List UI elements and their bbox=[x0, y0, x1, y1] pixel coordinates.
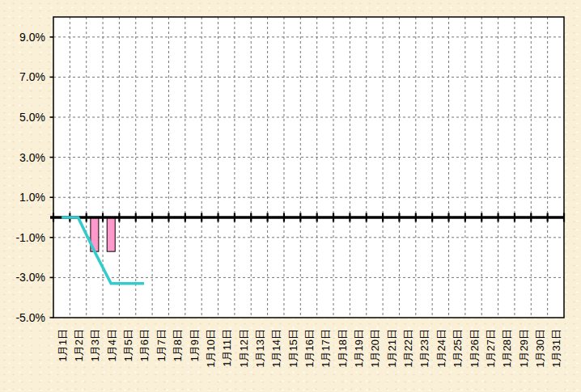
x-axis-label: 1月18日 bbox=[337, 329, 349, 368]
x-axis-label: 1月17日 bbox=[320, 329, 332, 368]
y-axis-label: 9.0% bbox=[19, 31, 45, 44]
x-axis-label: 1月19日 bbox=[353, 329, 365, 368]
x-axis-label: 1月7日 bbox=[155, 329, 168, 361]
x-axis-label: 1月1日 bbox=[57, 329, 69, 361]
y-axis-label: -1.0% bbox=[15, 231, 45, 244]
x-axis-label: 1月29日 bbox=[518, 329, 530, 368]
x-axis-label: 1月31日 bbox=[550, 329, 562, 368]
x-axis-label: 1月25日 bbox=[452, 329, 464, 368]
x-axis-label: 1月10日 bbox=[205, 329, 217, 368]
y-axis-label: -3.0% bbox=[15, 271, 45, 284]
x-axis-label: 1月4日 bbox=[106, 329, 118, 361]
x-axis-label: 1月3日 bbox=[89, 329, 101, 361]
combo-chart: 9.0%7.0%5.0%3.0%1.0%-1.0%-3.0%-5.0%1月1日1… bbox=[0, 0, 581, 392]
x-axis-label: 1月11日 bbox=[221, 329, 233, 367]
plot-area bbox=[53, 17, 564, 318]
x-axis-label: 1月20日 bbox=[369, 329, 381, 368]
x-axis-label: 1月2日 bbox=[73, 329, 85, 361]
x-axis-label: 1月16日 bbox=[303, 329, 316, 368]
bar bbox=[107, 217, 115, 251]
x-axis-label: 1月26日 bbox=[469, 329, 481, 368]
x-axis-label: 1月8日 bbox=[172, 329, 184, 361]
x-axis-label: 1月9日 bbox=[189, 329, 201, 361]
x-axis-label: 1月30日 bbox=[534, 329, 546, 368]
x-axis-label: 1月24日 bbox=[435, 329, 447, 368]
y-axis-label: 1.0% bbox=[19, 191, 45, 204]
x-axis-label: 1月23日 bbox=[418, 329, 430, 368]
y-axis-label: 7.0% bbox=[19, 70, 45, 83]
y-axis-label: 5.0% bbox=[19, 111, 45, 124]
x-axis-label: 1月5日 bbox=[122, 329, 134, 361]
x-axis-label: 1月21日 bbox=[386, 329, 398, 368]
x-axis-label: 1月28日 bbox=[501, 329, 513, 368]
x-axis-label: 1月15日 bbox=[287, 329, 299, 368]
y-axis-label: -5.0% bbox=[15, 311, 45, 324]
y-axis-label: 3.0% bbox=[19, 151, 45, 164]
chart-page-background: 9.0%7.0%5.0%3.0%1.0%-1.0%-3.0%-5.0%1月1日1… bbox=[0, 0, 581, 392]
x-axis-label: 1月14日 bbox=[270, 329, 282, 368]
x-axis-label: 1月27日 bbox=[485, 329, 497, 368]
x-axis-label: 1月6日 bbox=[138, 329, 151, 361]
x-axis-label: 1月22日 bbox=[402, 329, 414, 368]
x-axis-label: 1月12日 bbox=[238, 329, 250, 368]
x-axis-label: 1月13日 bbox=[254, 329, 266, 368]
